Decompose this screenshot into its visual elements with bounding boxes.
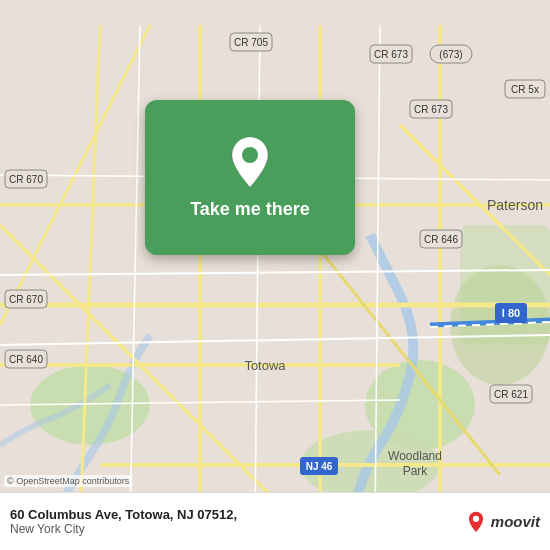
svg-text:CR 705: CR 705	[234, 37, 268, 48]
svg-text:CR 673: CR 673	[374, 49, 408, 60]
svg-text:CR 673: CR 673	[414, 104, 448, 115]
svg-text:I 80: I 80	[502, 307, 520, 319]
map-attribution: © OpenStreetMap contributors	[4, 475, 132, 487]
svg-text:CR 621: CR 621	[494, 389, 528, 400]
svg-text:Woodland: Woodland	[388, 449, 442, 463]
svg-text:CR 640: CR 640	[9, 354, 43, 365]
svg-text:(673): (673)	[439, 49, 462, 60]
moovit-logo: moovit	[465, 511, 540, 533]
svg-text:Paterson: Paterson	[487, 197, 543, 213]
svg-point-57	[242, 147, 258, 163]
svg-text:CR 646: CR 646	[424, 234, 458, 245]
address-line: 60 Columbus Ave, Totowa, NJ 07512,	[10, 507, 465, 522]
svg-text:Totowa: Totowa	[244, 358, 286, 373]
svg-point-58	[473, 515, 479, 521]
moovit-pin-icon	[465, 511, 487, 533]
map-svg: CR 705 CR 670 CR 670 CR 640 (681) CR 673…	[0, 0, 550, 550]
cta-panel[interactable]: Take me there	[145, 100, 355, 255]
location-pin-icon	[227, 135, 273, 189]
svg-text:CR 670: CR 670	[9, 294, 43, 305]
svg-text:CR 670: CR 670	[9, 174, 43, 185]
address-section: 60 Columbus Ave, Totowa, NJ 07512, New Y…	[10, 507, 465, 536]
svg-text:NJ 46: NJ 46	[306, 461, 333, 472]
svg-text:Park: Park	[403, 464, 429, 478]
map-background: CR 705 CR 670 CR 670 CR 640 (681) CR 673…	[0, 0, 550, 550]
cta-button-label: Take me there	[190, 199, 310, 220]
city-line: New York City	[10, 522, 465, 536]
svg-text:CR 5x: CR 5x	[511, 84, 539, 95]
bottom-bar: 60 Columbus Ave, Totowa, NJ 07512, New Y…	[0, 492, 550, 550]
moovit-brand-text: moovit	[491, 513, 540, 530]
app-container: CR 705 CR 670 CR 670 CR 640 (681) CR 673…	[0, 0, 550, 550]
